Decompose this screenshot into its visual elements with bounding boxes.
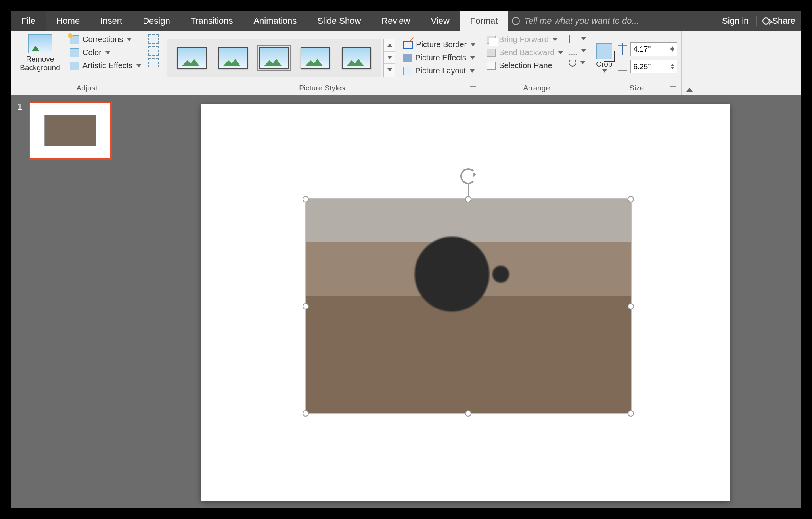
group-label-adjust: Adjust [15, 82, 159, 95]
change-picture-button[interactable] [148, 46, 159, 56]
dialog-launcher[interactable] [670, 86, 676, 92]
group-label-arrange: Arrange [485, 82, 588, 95]
rotation-stem [468, 183, 469, 197]
chevron-down-icon [470, 69, 475, 73]
picture-style-preset[interactable] [259, 47, 289, 69]
slide-canvas[interactable] [201, 104, 730, 501]
bring-forward-button[interactable]: Bring Forward [485, 34, 565, 45]
tell-me-placeholder: Tell me what you want to do... [524, 16, 639, 26]
slide-thumbnail-content [44, 115, 96, 146]
share-button[interactable]: Share [756, 16, 801, 26]
rotation-knob-icon [460, 168, 476, 184]
chevron-down-icon [581, 37, 586, 40]
tab-file[interactable]: File [11, 11, 46, 31]
picture-style-preset[interactable] [218, 47, 248, 69]
selection-pane-icon [487, 62, 496, 70]
crop-icon [596, 43, 612, 59]
color-button[interactable]: Color [68, 47, 143, 58]
sign-in-link[interactable]: Sign in [714, 16, 756, 26]
resize-handle-bottom[interactable] [465, 410, 471, 417]
align-icon [569, 35, 577, 43]
picture-style-gallery[interactable] [167, 39, 381, 77]
resize-handle-top[interactable] [465, 196, 471, 202]
tab-transitions[interactable]: Transitions [180, 11, 243, 31]
tab-design[interactable]: Design [132, 11, 180, 31]
collapse-ribbon-button[interactable] [682, 31, 697, 95]
send-backward-label: Send Backward [499, 48, 554, 57]
selection-border [305, 198, 632, 414]
bring-forward-icon [487, 36, 496, 44]
selected-picture[interactable] [306, 199, 631, 413]
chevron-down-icon [127, 38, 132, 41]
remove-background-button[interactable]: Remove Background [15, 33, 65, 72]
picture-effects-button[interactable]: Picture Effects [402, 52, 477, 63]
tab-format[interactable]: Format [460, 11, 508, 31]
picture-style-preset[interactable] [177, 47, 207, 69]
picture-style-preset[interactable] [301, 47, 330, 69]
send-backward-button[interactable]: Send Backward [485, 47, 565, 58]
chevron-down-icon [580, 61, 585, 64]
picture-layout-button[interactable]: Picture Layout [402, 65, 477, 76]
slide-number: 1 [17, 102, 22, 112]
picture-border-label: Picture Border [416, 40, 467, 49]
rotate-button[interactable] [567, 58, 588, 67]
group-icon [569, 47, 577, 55]
group-button[interactable] [567, 46, 588, 56]
resize-handle-right[interactable] [628, 303, 634, 309]
tell-me-search[interactable]: Tell me what you want to do... [508, 11, 714, 31]
gallery-expand[interactable] [384, 64, 395, 76]
gallery-scroll-up[interactable] [384, 39, 395, 52]
height-input[interactable]: 4.17" [630, 42, 677, 56]
dialog-launcher[interactable] [470, 86, 476, 92]
share-label: Share [772, 16, 795, 26]
rotation-handle[interactable] [460, 168, 476, 184]
chevron-up-icon [686, 88, 693, 92]
gallery-scroll-down[interactable] [384, 52, 395, 64]
spinner-buttons[interactable] [670, 64, 674, 69]
chevron-down-icon [581, 49, 586, 52]
artistic-effects-button[interactable]: Artistic Effects [68, 60, 143, 71]
artistic-effects-icon [70, 62, 79, 70]
tab-insert[interactable]: Insert [90, 11, 132, 31]
tab-slide-show[interactable]: Slide Show [307, 11, 371, 31]
chevron-down-icon [470, 56, 475, 60]
chevron-down-icon [105, 51, 110, 54]
resize-handle-bottom-left[interactable] [303, 410, 309, 417]
tab-review[interactable]: Review [371, 11, 420, 31]
gallery-scroll [383, 39, 395, 77]
ribbon-group-adjust: Remove Background Corrections Color [11, 31, 163, 95]
tab-view[interactable]: View [421, 11, 460, 31]
height-value: 4.17" [633, 45, 651, 54]
slide-thumbnail-frame [29, 102, 112, 160]
height-icon [618, 45, 627, 53]
picture-border-button[interactable]: Picture Border [402, 39, 477, 50]
width-input[interactable]: 6.25" [630, 60, 677, 73]
selection-pane-button[interactable]: Selection Pane [485, 60, 565, 71]
ribbon-group-size: Crop 4.17" 6.25" [592, 31, 682, 95]
reset-picture-button[interactable] [148, 58, 159, 67]
tab-home[interactable]: Home [46, 11, 90, 31]
slide-thumbnail[interactable]: 1 [19, 102, 122, 160]
ribbon-tab-bar: File Home Insert Design Transitions Anim… [11, 11, 801, 31]
align-button[interactable] [567, 34, 588, 44]
picture-style-preset[interactable] [342, 47, 371, 69]
picture-layout-icon [403, 67, 412, 75]
compress-picture-button[interactable] [148, 34, 159, 44]
color-label: Color [82, 48, 102, 57]
tab-animations[interactable]: Animations [243, 11, 307, 31]
slide-editor-area[interactable] [130, 95, 801, 508]
lightbulb-icon [512, 17, 520, 25]
resize-handle-top-left[interactable] [303, 196, 309, 202]
resize-handle-top-right[interactable] [628, 196, 634, 202]
titlebar-right: Sign in Share [714, 11, 801, 31]
resize-handle-bottom-right[interactable] [628, 410, 634, 417]
app-window: TJ TECHJUNKIE File Home Insert Design Tr… [10, 10, 802, 509]
corrections-label: Corrections [82, 35, 123, 44]
spinner-buttons[interactable] [670, 46, 674, 52]
corrections-button[interactable]: Corrections [68, 34, 143, 45]
resize-handle-left[interactable] [303, 303, 309, 309]
slide-thumbnails-panel[interactable]: 1 [11, 95, 130, 508]
crop-button[interactable]: Crop [596, 43, 612, 73]
color-icon [70, 48, 79, 57]
send-backward-icon [487, 49, 496, 57]
